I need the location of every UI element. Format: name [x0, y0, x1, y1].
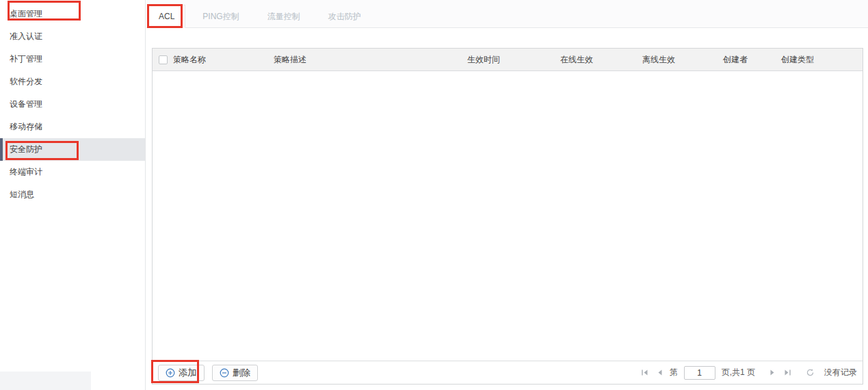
sidebar-bottom-shade [0, 372, 91, 390]
tab-bar: ACL PING控制 流量控制 攻击防护 [146, 0, 868, 28]
select-all-cell [153, 55, 170, 64]
content-area: ACL PING控制 流量控制 攻击防护 策略名称 策略描述 生效时间 在线生效… [146, 0, 868, 390]
tab-acl[interactable]: ACL [148, 5, 185, 28]
sidebar-item-device-mgmt[interactable]: 设备管理 [0, 93, 145, 116]
page-number-input[interactable] [684, 366, 715, 380]
minus-circle-icon [220, 368, 229, 378]
column-header-offline-effective[interactable]: 离线生效 [640, 54, 720, 66]
tab-attack-defense[interactable]: 攻击防护 [317, 5, 372, 28]
policy-grid: 策略名称 策略描述 生效时间 在线生效 离线生效 创建者 创建类型 [152, 48, 863, 385]
add-button-label: 添加 [179, 367, 197, 379]
column-header-creator[interactable]: 创建者 [720, 54, 778, 66]
security-policy-page: 桌面管理 准入认证 补丁管理 软件分发 设备管理 移动存储 安全防护 终端审计 … [0, 0, 868, 390]
page-prefix-label: 第 [670, 367, 678, 378]
grid-body-empty [153, 71, 863, 361]
sidebar-menu: 桌面管理 准入认证 补丁管理 软件分发 设备管理 移动存储 安全防护 终端审计 … [0, 0, 145, 206]
sidebar-item-security-protection[interactable]: 安全防护 [0, 138, 145, 161]
select-all-checkbox[interactable] [159, 55, 168, 64]
add-button[interactable]: 添加 [158, 365, 205, 381]
column-header-create-type[interactable]: 创建类型 [778, 54, 863, 66]
last-page-icon[interactable] [782, 367, 793, 378]
first-page-icon[interactable] [640, 367, 650, 378]
tab-ping-control[interactable]: PING控制 [192, 5, 250, 28]
page-suffix-label: 页,共1 页 [722, 367, 755, 378]
delete-button-label: 删除 [233, 367, 251, 379]
column-header-policy-desc[interactable]: 策略描述 [271, 54, 464, 66]
sidebar-item-access-auth[interactable]: 准入认证 [0, 25, 145, 48]
sidebar-item-patch-mgmt[interactable]: 补丁管理 [0, 48, 145, 70]
sidebar-item-mobile-storage[interactable]: 移动存储 [0, 116, 145, 138]
column-header-policy-name[interactable]: 策略名称 [170, 54, 271, 66]
grid-toolbar: 添加 删除 [153, 361, 863, 384]
sidebar-item-desktop-mgmt[interactable]: 桌面管理 [0, 3, 145, 25]
pagination-bar: 第 页,共1 页 [640, 366, 857, 380]
delete-button[interactable]: 删除 [212, 365, 259, 381]
column-header-online-effective[interactable]: 在线生效 [557, 54, 640, 66]
sidebar-item-sms[interactable]: 短消息 [0, 183, 145, 206]
sidebar: 桌面管理 准入认证 补丁管理 软件分发 设备管理 移动存储 安全防护 终端审计 … [0, 0, 146, 390]
column-header-effective-time[interactable]: 生效时间 [464, 54, 557, 66]
plus-circle-icon [166, 368, 175, 378]
sidebar-item-software-dist[interactable]: 软件分发 [0, 70, 145, 93]
sidebar-item-terminal-audit[interactable]: 终端审计 [0, 161, 145, 183]
refresh-icon[interactable] [805, 367, 815, 378]
next-page-icon[interactable] [767, 367, 778, 378]
prev-page-icon[interactable] [655, 367, 665, 378]
empty-records-label: 没有记录 [824, 367, 857, 378]
grid-header-row: 策略名称 策略描述 生效时间 在线生效 离线生效 创建者 创建类型 [153, 49, 863, 71]
tab-traffic-control[interactable]: 流量控制 [257, 5, 311, 28]
